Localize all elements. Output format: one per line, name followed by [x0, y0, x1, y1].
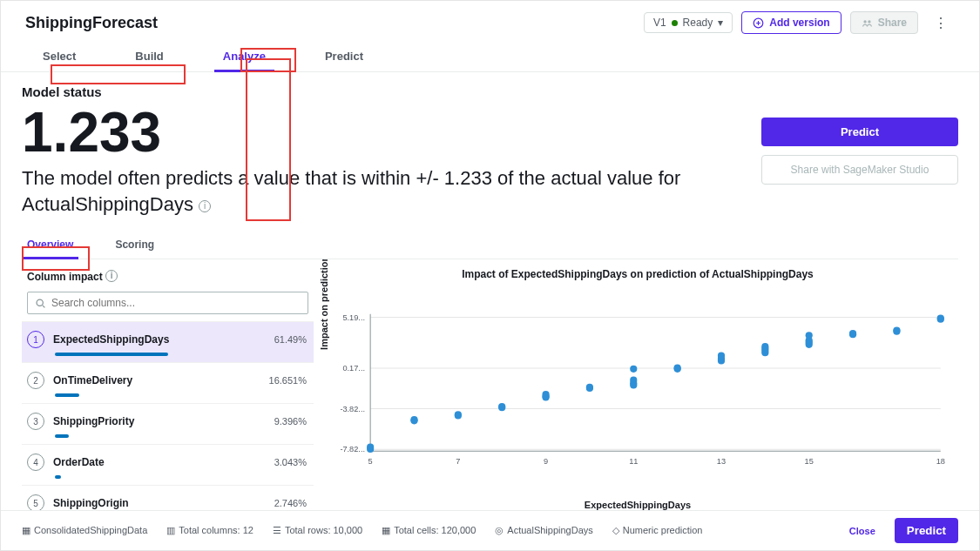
svg-point-39: [674, 365, 681, 372]
impact-percent: 2.746%: [260, 498, 307, 508]
share-label: Share: [878, 17, 907, 29]
footer-predict-button[interactable]: Predict: [895, 518, 958, 543]
svg-point-22: [367, 444, 374, 451]
status-dot-icon: [672, 20, 678, 26]
svg-point-36: [630, 382, 637, 389]
svg-text:15: 15: [805, 457, 814, 466]
predict-button[interactable]: Predict: [761, 118, 958, 146]
svg-point-46: [761, 343, 768, 350]
topbar: ShippingForecast V1 Ready ▾ Add version …: [1, 1, 979, 41]
svg-point-3: [37, 299, 43, 306]
share-studio-button[interactable]: Share with SageMaker Studio: [761, 155, 958, 185]
status-panel: Model status 1.233 The model often predi…: [22, 84, 744, 217]
svg-point-2: [868, 20, 870, 23]
impact-row[interactable]: 1 ExpectedShippingDays 61.49%: [22, 321, 314, 362]
rank-badge: 2: [27, 372, 44, 389]
impact-row[interactable]: 5 ShippingOrigin 2.746%: [22, 485, 314, 510]
svg-text:-7.82...: -7.82...: [340, 446, 365, 454]
page-title: ShippingForecast: [25, 14, 635, 32]
action-panel: Predict Share with SageMaker Studio: [761, 84, 958, 217]
search-icon: [35, 298, 46, 309]
column-search[interactable]: [27, 292, 308, 314]
svg-point-28: [498, 404, 505, 411]
dataset-icon: ▦: [22, 525, 30, 536]
rank-badge: 3: [27, 413, 44, 430]
subtab-scoring[interactable]: Scoring: [110, 231, 159, 259]
add-version-button[interactable]: Add version: [741, 11, 841, 34]
rank-badge: 5: [27, 494, 44, 510]
version-label: V1: [653, 17, 666, 29]
share-button[interactable]: Share: [850, 11, 918, 34]
status-metric: 1.233: [22, 104, 744, 160]
status-heading: Model status: [22, 84, 744, 99]
rank-badge: 4: [27, 454, 44, 471]
content: Model status 1.233 The model often predi…: [1, 72, 979, 510]
cells-icon: ▦: [382, 525, 390, 536]
column-impact-panel: Column impact i 1 ExpectedShippingDays 6…: [22, 259, 314, 510]
svg-point-24: [410, 418, 417, 425]
svg-point-52: [849, 330, 856, 337]
svg-point-31: [542, 391, 549, 398]
svg-text:7: 7: [456, 457, 460, 466]
footer: ▦ConsolidatedShippingData ▥Total columns…: [1, 510, 979, 550]
chevron-down-icon: ▾: [718, 17, 723, 29]
svg-text:5.19...: 5.19...: [342, 313, 365, 322]
impact-row[interactable]: 4 OrderDate 3.043%: [22, 444, 314, 485]
footer-rows: ☰Total rows: 10,000: [273, 525, 362, 536]
status-description-text: The model often predicts a value that is…: [22, 167, 680, 215]
close-button[interactable]: Close: [849, 526, 875, 536]
impact-bar: [55, 475, 61, 479]
column-impact-heading-text: Column impact: [27, 271, 103, 283]
y-axis-label: Impact on prediction: [319, 259, 329, 350]
chart-panel: Impact of ExpectedShippingDays on predic…: [314, 259, 958, 510]
tab-analyze[interactable]: Analyze: [220, 41, 269, 71]
svg-point-1: [863, 20, 866, 23]
impact-percent: 16.651%: [260, 375, 307, 386]
overflow-menu[interactable]: ⋮: [927, 13, 955, 33]
version-selector[interactable]: V1 Ready ▾: [644, 12, 733, 33]
impact-row[interactable]: 3 ShippingPriority 9.396%: [22, 403, 314, 444]
rows-icon: ☰: [273, 525, 281, 536]
subtab-overview[interactable]: Overview: [22, 231, 78, 259]
app-root: ShippingForecast V1 Ready ▾ Add version …: [0, 0, 980, 551]
type-icon: ◇: [612, 525, 619, 536]
body: Column impact i 1 ExpectedShippingDays 6…: [22, 259, 958, 510]
impact-row[interactable]: 2 OnTimeDelivery 16.651%: [22, 362, 314, 403]
impact-list: 1 ExpectedShippingDays 61.49% 2 OnTimeDe…: [22, 321, 314, 510]
impact-percent: 3.043%: [260, 457, 307, 467]
footer-cells: ▦Total cells: 120,000: [382, 525, 476, 536]
rank-badge: 1: [27, 331, 44, 348]
svg-text:18: 18: [936, 457, 945, 466]
column-name: ExpectedShippingDays: [53, 333, 251, 346]
impact-percent: 9.396%: [260, 416, 307, 427]
version-status: Ready: [683, 17, 713, 29]
tab-predict[interactable]: Predict: [321, 41, 367, 71]
svg-point-42: [718, 353, 725, 359]
column-name: OrderDate: [53, 456, 251, 468]
chart-title: Impact of ExpectedShippingDays on predic…: [326, 268, 950, 280]
info-icon[interactable]: i: [105, 270, 118, 282]
footer-cols: ▥Total columns: 12: [166, 525, 253, 536]
impact-percent: 61.49%: [260, 334, 307, 345]
svg-point-54: [893, 327, 900, 334]
impact-bar: [55, 393, 79, 397]
columns-icon: ▥: [166, 525, 175, 536]
svg-text:-3.82...: -3.82...: [340, 405, 365, 413]
svg-text:11: 11: [629, 457, 638, 466]
impact-bar: [55, 353, 168, 356]
tab-build[interactable]: Build: [132, 41, 167, 71]
search-input[interactable]: [51, 297, 301, 309]
column-name: ShippingPriority: [53, 415, 251, 427]
svg-point-56: [937, 315, 944, 322]
svg-point-33: [586, 384, 593, 391]
tab-select[interactable]: Select: [39, 41, 79, 71]
svg-text:0.17...: 0.17...: [342, 364, 365, 373]
info-icon[interactable]: i: [199, 200, 211, 212]
column-name: OnTimeDelivery: [53, 374, 251, 386]
x-axis-label: ExpectedShippingDays: [326, 500, 950, 510]
sub-tabs: Overview Scoring: [22, 231, 958, 259]
status-description: The model often predicts a value that is…: [22, 165, 701, 217]
column-impact-heading: Column impact i: [27, 270, 314, 283]
svg-text:9: 9: [544, 457, 548, 466]
svg-point-37: [630, 366, 637, 373]
